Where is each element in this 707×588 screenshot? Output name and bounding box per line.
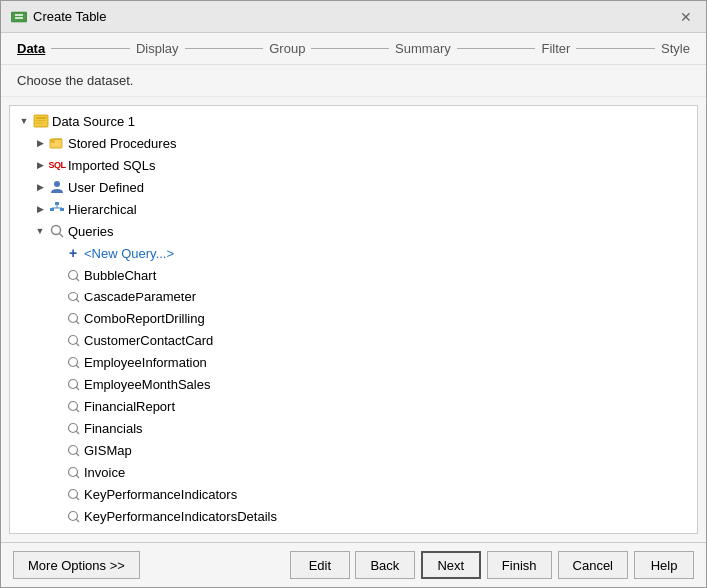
- invoice-label: Invoice: [84, 465, 125, 480]
- customercontactcard-label: CustomerContactCard: [84, 333, 213, 348]
- svg-line-27: [76, 365, 79, 368]
- svg-point-16: [52, 226, 61, 235]
- kpi-details-label: KeyPerformanceIndicatorsDetails: [84, 509, 277, 524]
- svg-line-17: [60, 234, 64, 238]
- tree-container: Data Source 1 Stored Procedures: [9, 105, 698, 534]
- tree-scroll[interactable]: Data Source 1 Stored Procedures: [10, 106, 697, 533]
- svg-line-31: [76, 409, 79, 412]
- hierarchical-label: Hierarchical: [68, 202, 137, 217]
- gismap-icon: [65, 442, 81, 458]
- help-button[interactable]: Help: [634, 551, 694, 579]
- cancel-button[interactable]: Cancel: [558, 551, 628, 579]
- svg-line-23: [76, 321, 79, 324]
- financials-icon: [65, 420, 81, 436]
- finish-button[interactable]: Finish: [487, 551, 552, 579]
- expand-user-defined[interactable]: [34, 181, 46, 193]
- financialreport-icon: [65, 398, 81, 414]
- tree-node-employeeinformation[interactable]: EmployeeInformation: [10, 351, 697, 373]
- tree-node-financialreport[interactable]: FinancialReport: [10, 395, 697, 417]
- queries-label: Queries: [68, 224, 114, 239]
- content-area: Data Source 1 Stored Procedures: [1, 97, 706, 542]
- create-table-dialog: Create Table ✕ Data Display Group Summar…: [0, 0, 707, 588]
- queries-icon: [49, 223, 65, 239]
- tree-node-customercontactcard[interactable]: CustomerContactCard: [10, 329, 697, 351]
- step-filter[interactable]: Filter: [541, 41, 570, 56]
- step-line-4: [457, 48, 536, 49]
- tree-node-imported-sqls[interactable]: SQL Imported SQLs: [10, 154, 697, 176]
- tree-node-comboreportdrilling[interactable]: ComboReportDrilling: [10, 307, 697, 329]
- tree-node-new-query[interactable]: + <New Query...>: [10, 242, 697, 264]
- tree-node-kpi[interactable]: KeyPerformanceIndicators: [10, 483, 697, 505]
- new-query-icon: +: [65, 245, 81, 261]
- tree-node-bubblechart[interactable]: BubbleChart: [10, 264, 697, 286]
- comboreportdrilling-label: ComboReportDrilling: [84, 311, 205, 326]
- gismap-label: GISMap: [84, 443, 132, 458]
- svg-rect-10: [55, 202, 59, 205]
- tree-node-cascadeparameter[interactable]: CascadeParameter: [10, 286, 697, 307]
- svg-line-35: [76, 453, 79, 456]
- wizard-steps: Data Display Group Summary Filter Style: [1, 33, 706, 65]
- dialog-title: Create Table: [33, 9, 106, 24]
- bubblechart-label: BubbleChart: [84, 268, 156, 283]
- cascadeparameter-icon: [65, 289, 81, 304]
- kpi-icon: [65, 486, 81, 502]
- next-button[interactable]: Next: [421, 551, 481, 579]
- tree-node-employeemonthsales[interactable]: EmployeeMonthSales: [10, 373, 697, 395]
- tree-node-hierarchical[interactable]: Hierarchical: [10, 198, 697, 220]
- employeemonthsales-icon: [65, 376, 81, 392]
- svg-line-39: [76, 497, 79, 500]
- datasource-icon: [33, 113, 49, 129]
- imported-sqls-label: Imported SQLs: [68, 158, 155, 173]
- tree-node-financials[interactable]: Financials: [10, 417, 697, 439]
- employeeinformation-icon: [65, 354, 81, 370]
- svg-rect-0: [11, 12, 27, 22]
- step-display[interactable]: Display: [136, 41, 179, 56]
- title-bar: Create Table ✕: [1, 1, 706, 33]
- svg-rect-5: [36, 120, 46, 121]
- footer: More Options >> Edit Back Next Finish Ca…: [1, 542, 706, 587]
- close-button[interactable]: ✕: [676, 7, 696, 27]
- step-group[interactable]: Group: [269, 41, 305, 56]
- tree-node-gismap[interactable]: GISMap: [10, 439, 697, 461]
- svg-line-33: [76, 431, 79, 434]
- user-defined-icon: [49, 179, 65, 195]
- svg-rect-8: [51, 140, 55, 143]
- tree-node-datasource[interactable]: Data Source 1: [10, 110, 697, 132]
- tree-node-invoice[interactable]: Invoice: [10, 461, 697, 483]
- expand-hierarchical[interactable]: [34, 203, 46, 215]
- tree-node-kpi-details[interactable]: KeyPerformanceIndicatorsDetails: [10, 505, 697, 527]
- svg-line-29: [76, 387, 79, 390]
- financialreport-label: FinancialReport: [84, 399, 175, 414]
- kpi-details-icon: [65, 508, 81, 524]
- tree-node-stored-procedures[interactable]: Stored Procedures: [10, 132, 697, 154]
- subtitle: Choose the dataset.: [1, 65, 706, 97]
- employeeinformation-label: EmployeeInformation: [84, 355, 207, 370]
- datasource-label: Data Source 1: [52, 114, 135, 129]
- expand-queries[interactable]: [34, 225, 46, 237]
- svg-rect-4: [36, 117, 46, 119]
- employeemonthsales-label: EmployeeMonthSales: [84, 377, 210, 392]
- customercontactcard-icon: [65, 332, 81, 348]
- step-style[interactable]: Style: [661, 41, 690, 56]
- svg-line-41: [76, 519, 79, 522]
- stored-procedures-icon: [49, 135, 65, 151]
- svg-rect-6: [36, 123, 43, 124]
- new-query-label: <New Query...>: [84, 246, 174, 261]
- invoice-icon: [65, 464, 81, 480]
- cascadeparameter-label: CascadeParameter: [84, 290, 196, 304]
- step-data[interactable]: Data: [17, 41, 45, 56]
- expand-stored-procedures[interactable]: [34, 137, 46, 149]
- expand-datasource[interactable]: [18, 115, 30, 127]
- more-options-button[interactable]: More Options >>: [13, 551, 140, 579]
- svg-point-9: [54, 181, 60, 187]
- kpi-label: KeyPerformanceIndicators: [84, 487, 237, 502]
- back-button[interactable]: Back: [355, 551, 415, 579]
- imported-sqls-icon: SQL: [49, 157, 65, 173]
- tree-node-queries[interactable]: Queries: [10, 220, 697, 242]
- edit-button[interactable]: Edit: [290, 551, 350, 579]
- tree-node-user-defined[interactable]: User Defined: [10, 176, 697, 198]
- user-defined-label: User Defined: [68, 180, 144, 195]
- step-summary[interactable]: Summary: [395, 41, 451, 56]
- expand-imported-sqls[interactable]: [34, 159, 46, 171]
- title-bar-left: Create Table: [11, 9, 106, 25]
